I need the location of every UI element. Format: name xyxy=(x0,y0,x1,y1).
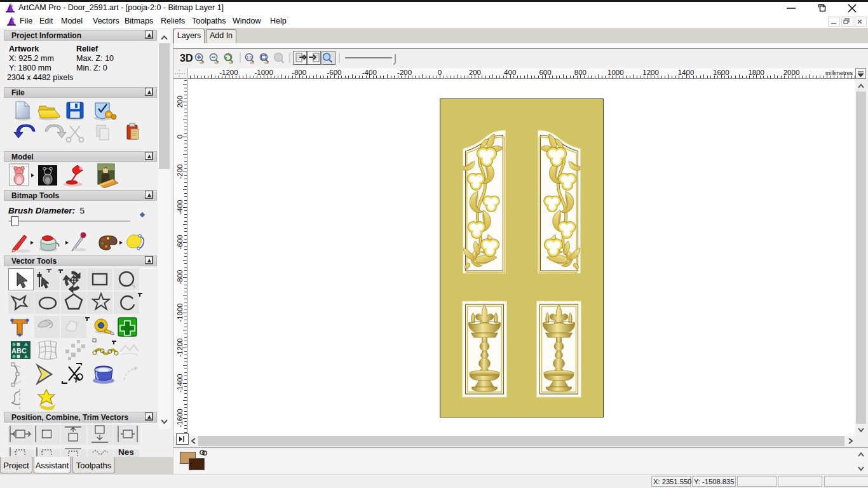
svg-text:Nes: Nes xyxy=(118,447,134,456)
svg-text:ABC: ABC xyxy=(11,347,27,355)
svg-text:1:1: 1:1 xyxy=(247,55,252,60)
